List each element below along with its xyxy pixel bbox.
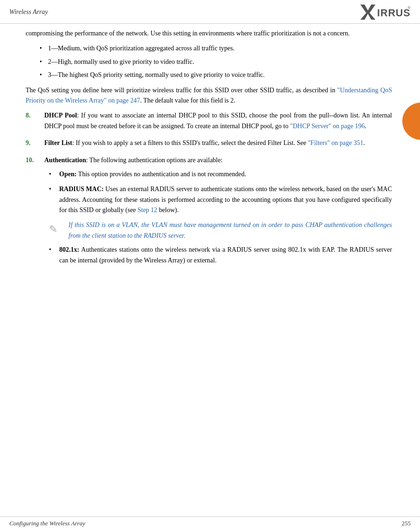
section-9-text: Filter List: If you wish to apply a set … (44, 138, 392, 148)
auth-bullet-list: Open: This option provides no authentica… (49, 169, 392, 216)
list-item: 3—The highest QoS priority setting, norm… (40, 70, 392, 80)
auth-bullet-list-2: 802.1x: Authenticates stations onto the … (49, 245, 392, 266)
auth-open-label: Open: (59, 171, 76, 178)
filter-link[interactable]: "Filters" on page 351 (308, 139, 363, 146)
section-10-label: Authentication (44, 157, 86, 164)
section-number-8: 8. (26, 110, 44, 131)
section-8: 8. DHCP Pool: If you want to associate a… (26, 110, 392, 131)
section-9-label: Filter List (44, 139, 72, 146)
section-number-10: 10. (26, 155, 44, 271)
qos-paragraph: The QoS setting you define here will pri… (26, 85, 392, 106)
numbered-list: 8. DHCP Pool: If you want to associate a… (26, 110, 392, 270)
auth-8021x-label: 802.1x: (59, 246, 79, 253)
svg-marker-0 (360, 5, 375, 20)
pencil-icon: ✎ (49, 220, 64, 237)
page-footer: Configuring the Wireless Array 255 (0, 516, 420, 530)
auth-radius-label: RADIUS MAC: (59, 186, 103, 193)
header-title: Wireless Array (9, 8, 48, 16)
svg-text:®: ® (408, 6, 411, 10)
section-10: 10. Authentication: The following authen… (26, 155, 392, 271)
auth-radius-mac-item: RADIUS MAC: Uses an external RADIUS serv… (49, 184, 392, 215)
footer-left: Configuring the Wireless Array (9, 520, 85, 527)
section-8-label: DHCP Pool (44, 112, 77, 119)
list-item: 2—High, normally used to give priority t… (40, 57, 392, 67)
section-8-text: DHCP Pool: If you want to associate an i… (44, 110, 392, 131)
list-item: 1—Medium, with QoS prioritization aggreg… (40, 43, 392, 54)
main-content: compromising the performance of the netw… (0, 24, 420, 305)
note-text: If this SSID is on a VLAN, the VLAN must… (69, 220, 392, 241)
bullet-list: 1—Medium, with QoS prioritization aggreg… (40, 43, 392, 80)
note-box: ✎ If this SSID is on a VLAN, the VLAN mu… (49, 220, 392, 241)
auth-8021x-item: 802.1x: Authenticates stations onto the … (49, 245, 392, 266)
section-number-9: 9. (26, 138, 44, 148)
logo-container: IRRUS ® (360, 4, 411, 21)
dhcp-link[interactable]: "DHCP Server" on page 196 (290, 123, 365, 130)
footer-right: 255 (402, 520, 411, 527)
auth-open-item: Open: This option provides no authentica… (49, 169, 392, 179)
page-header: Wireless Array IRRUS ® (0, 0, 420, 24)
section-9: 9. Filter List: If you wish to apply a s… (26, 138, 392, 148)
intro-paragraph: compromising the performance of the netw… (26, 28, 392, 39)
section-10-text: Authentication: The following authentica… (44, 155, 392, 271)
xirrus-logo-icon: IRRUS ® (360, 4, 411, 21)
step12-link[interactable]: Step 12 (138, 206, 157, 213)
svg-text:IRRUS: IRRUS (377, 7, 411, 19)
